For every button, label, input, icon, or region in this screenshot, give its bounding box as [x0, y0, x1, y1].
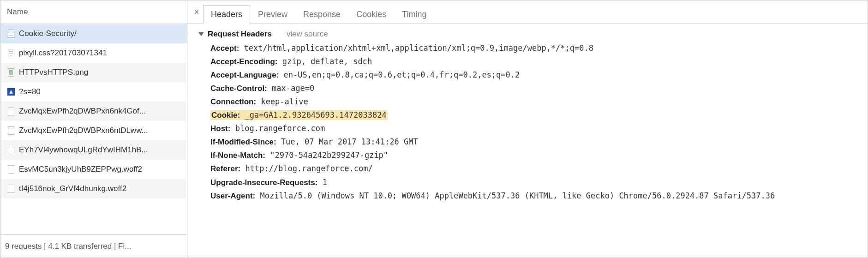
details-tabs: × HeadersPreviewResponseCookiesTiming	[187, 0, 868, 24]
header-name: Referer:	[210, 164, 240, 173]
request-name: HTTPvsHTTPS.png	[19, 68, 88, 77]
header-name: Accept-Encoding:	[210, 57, 277, 66]
header-value: http://blog.rangeforce.com/	[240, 164, 373, 173]
request-name: Cookie-Security/	[19, 29, 77, 38]
blank-icon	[7, 146, 15, 154]
tab-response[interactable]: Response	[295, 5, 348, 24]
header-value: gzip, deflate, sdch	[277, 57, 372, 66]
tab-preview[interactable]: Preview	[250, 5, 295, 24]
request-row[interactable]: EsvMC5un3kjyUhB9ZEPPwg.woff2	[0, 160, 187, 179]
header-value: max-age=0	[267, 84, 314, 93]
img-icon	[7, 68, 15, 77]
header-line: Upgrade-Insecure-Requests: 1	[210, 176, 865, 189]
header-value: "2970-54a242b299247-gzip"	[265, 150, 388, 160]
header-line: Connection: keep-alive	[210, 95, 865, 108]
request-row[interactable]: tI4j516nok_GrVf4dhunkg.woff2	[0, 179, 187, 198]
header-line: Accept-Language: en-US,en;q=0.8,ca;q=0.6…	[210, 68, 865, 82]
request-row[interactable]: ZvcMqxEwPfh2qDWBPxn6nk4Gof...	[0, 102, 187, 121]
header-value: Mozilla/5.0 (Windows NT 10.0; WOW64) App…	[255, 191, 775, 200]
request-row[interactable]: ZvcMqxEwPfh2qDWBPxn6ntDLww...	[0, 121, 187, 140]
header-value: blog.rangeforce.com	[230, 124, 325, 133]
header-name: If-Modified-Since:	[210, 138, 276, 146]
header-name: Cookie:	[211, 111, 240, 120]
request-name: pixyll.css?201703071341	[19, 48, 107, 58]
header-value: _ga=GA1.2.932645693.1472033824	[240, 110, 386, 120]
tab-cookies[interactable]: Cookies	[348, 5, 394, 24]
header-line: If-None-Match: "2970-54a242b299247-gzip"	[210, 149, 865, 162]
header-line: Referer: http://blog.rangeforce.com/	[210, 162, 865, 175]
tab-headers[interactable]: Headers	[203, 5, 250, 24]
css-icon	[7, 49, 15, 57]
avatar-icon	[7, 88, 15, 96]
header-name: If-None-Match:	[210, 151, 265, 160]
request-row[interactable]: EYh7Vl4ywhowqULgRdYwIHM1hB...	[0, 140, 187, 160]
view-source-link[interactable]: view source	[287, 28, 328, 41]
header-name: Upgrade-Insecure-Requests:	[210, 178, 317, 187]
header-name: Cache-Control:	[210, 84, 267, 93]
headers-pane[interactable]: Request Headers view source Accept: text…	[187, 24, 868, 258]
header-value: 1	[317, 178, 327, 187]
requests-summary: 9 requests | 4.1 KB transferred | Fi...	[5, 242, 131, 251]
request-name: ZvcMqxEwPfh2qDWBPxn6nk4Gof...	[19, 107, 146, 116]
header-line: User-Agent: Mozilla/5.0 (Windows NT 10.0…	[210, 189, 865, 203]
close-glyph: ×	[194, 7, 199, 17]
header-line: Accept-Encoding: gzip, deflate, sdch	[210, 55, 865, 68]
header-value: text/html,application/xhtml+xml,applicat…	[239, 43, 593, 53]
requests-footer: 9 requests | 4.1 KB transferred | Fi...	[0, 234, 187, 258]
header-line: Host: blog.rangeforce.com	[210, 122, 865, 135]
header-value: Tue, 07 Mar 2017 13:41:26 GMT	[276, 137, 418, 146]
header-name: Host:	[210, 124, 230, 133]
blank-icon	[7, 126, 15, 135]
request-row[interactable]: HTTPvsHTTPS.png	[0, 63, 187, 82]
blank-icon	[7, 107, 15, 115]
request-name: ZvcMqxEwPfh2qDWBPxn6ntDLww...	[19, 126, 148, 135]
header-line: If-Modified-Since: Tue, 07 Mar 2017 13:4…	[210, 135, 865, 149]
request-row[interactable]: ?s=80	[0, 82, 187, 102]
headers-list: Accept: text/html,application/xhtml+xml,…	[198, 42, 865, 203]
requests-list: Cookie-Security/pixyll.css?201703071341H…	[0, 24, 187, 234]
section-title: Request Headers	[208, 28, 272, 41]
doc-icon	[7, 30, 15, 38]
name-column-label: Name	[7, 7, 28, 17]
request-name: EsvMC5un3kjyUhB9ZEPPwg.woff2	[19, 165, 142, 174]
details-panel: × HeadersPreviewResponseCookiesTiming Re…	[187, 0, 868, 258]
header-name: Accept-Language:	[210, 71, 279, 79]
blank-icon	[7, 185, 15, 193]
requests-panel: Name Cookie-Security/pixyll.css?20170307…	[0, 0, 187, 258]
request-name: EYh7Vl4ywhowqULgRdYwIHM1hB...	[19, 145, 148, 155]
tab-timing[interactable]: Timing	[394, 5, 434, 24]
request-name: tI4j516nok_GrVf4dhunkg.woff2	[19, 184, 126, 193]
header-name: Accept:	[210, 44, 239, 53]
header-line: Accept: text/html,application/xhtml+xml,…	[210, 42, 865, 55]
request-headers-section[interactable]: Request Headers view source	[198, 28, 865, 41]
chevron-down-icon[interactable]	[198, 32, 204, 36]
blank-icon	[7, 165, 15, 174]
header-line: Cache-Control: max-age=0	[210, 82, 865, 95]
requests-column-header[interactable]: Name	[0, 0, 187, 24]
header-value: keep-alive	[256, 97, 308, 106]
header-line: Cookie: _ga=GA1.2.932645693.1472033824	[210, 108, 865, 122]
header-name: User-Agent:	[210, 192, 255, 200]
close-icon[interactable]: ×	[190, 0, 203, 24]
header-name: Connection:	[210, 97, 256, 106]
request-row[interactable]: pixyll.css?201703071341	[0, 43, 187, 63]
header-value: en-US,en;q=0.8,ca;q=0.6,et;q=0.4,fr;q=0.…	[279, 70, 520, 79]
request-row[interactable]: Cookie-Security/	[0, 24, 187, 43]
request-name: ?s=80	[19, 87, 41, 96]
